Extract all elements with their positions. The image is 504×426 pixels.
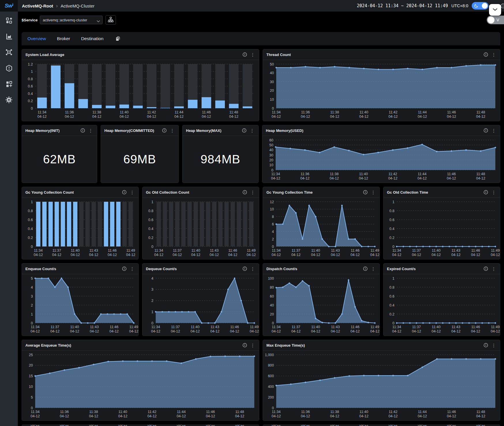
info-icon[interactable] — [162, 128, 167, 133]
chart-dispatch-count-s[interactable]: 10080604020011:3404-1211:3704-1211:4004-… — [263, 274, 379, 336]
sidebar-item-charts[interactable] — [5, 33, 13, 41]
info-icon[interactable] — [242, 128, 247, 133]
svg-text:11:37: 11:37 — [52, 248, 61, 253]
svg-text:11:43: 11:43 — [452, 248, 460, 253]
info-icon[interactable] — [242, 52, 247, 57]
svg-text:04-12: 04-12 — [177, 414, 186, 418]
svg-text:0.4: 0.4 — [28, 92, 33, 96]
svg-text:11:48: 11:48 — [476, 110, 485, 114]
svg-text:04-12: 04-12 — [108, 253, 117, 257]
clipped-axis-label: 04-12 — [301, 425, 310, 426]
service-topology-button[interactable] — [106, 15, 116, 25]
more-options-icon[interactable]: ⋮ — [250, 190, 255, 195]
more-options-icon[interactable]: ⋮ — [250, 53, 255, 57]
panel-title: Gc Old Collection Count — [146, 190, 189, 195]
info-icon[interactable] — [80, 128, 85, 133]
more-options-icon[interactable]: ⋮ — [491, 53, 497, 57]
tab-overview[interactable]: Overview — [27, 36, 46, 41]
svg-text:04-12: 04-12 — [147, 414, 157, 418]
panels-area: System Load Average⋮1.210.80.60.40.2011:… — [22, 49, 500, 421]
svg-text:11:34: 11:34 — [272, 110, 281, 114]
view-toggle[interactable]: V — [487, 16, 504, 24]
sidebar-item-dashboards[interactable] — [5, 17, 13, 25]
info-icon[interactable] — [363, 266, 368, 271]
panel-body: 984MB — [183, 136, 258, 183]
view-toggle-label: V — [497, 18, 499, 22]
more-options-icon[interactable]: ⋮ — [129, 267, 135, 271]
svg-text:11:40: 11:40 — [359, 172, 368, 176]
timezone[interactable]: UTC+8:0 — [452, 3, 468, 8]
tab-destination[interactable]: Destination — [81, 36, 104, 41]
info-icon[interactable] — [484, 128, 488, 133]
tab-broker[interactable]: Broker — [57, 36, 70, 41]
info-icon[interactable] — [363, 190, 368, 195]
more-options-icon[interactable]: ⋮ — [250, 267, 255, 271]
info-icon[interactable] — [484, 190, 488, 195]
more-options-icon[interactable]: ⋮ — [250, 343, 255, 347]
panel-body: 10.80.60.40.2011:3404-1211:3704-1211:400… — [383, 274, 500, 336]
more-options-icon[interactable]: ⋮ — [491, 267, 497, 271]
chart-max-enqueue-time-s[interactable]: 1,000800600400200011:3404-1211:3604-1211… — [263, 351, 500, 421]
chart-average-enqueue-time-s[interactable]: 252015105011:3404-1211:3604-1211:3804-12… — [22, 351, 259, 421]
chart-system-load-average[interactable]: 1.210.80.60.40.2011:3404-1211:3604-1211:… — [22, 60, 259, 121]
sidebar-item-settings[interactable] — [5, 97, 13, 104]
more-options-icon[interactable]: ⋮ — [371, 190, 376, 195]
chart-enqueue-count-s[interactable]: 54321011:3404-1211:3704-1211:4004-1211:4… — [22, 274, 138, 336]
info-icon[interactable] — [484, 266, 488, 271]
info-icon[interactable] — [242, 190, 247, 195]
chart-gc-young-collection-count[interactable]: 10.80.60.40.2011:3404-1211:3704-1211:400… — [22, 198, 138, 259]
svg-text:11:44: 11:44 — [418, 410, 426, 414]
sidebar-item-topology[interactable] — [5, 49, 13, 57]
clipped-axis-label: 04-12 — [388, 425, 398, 426]
more-options-icon[interactable]: ⋮ — [170, 128, 175, 133]
time-range[interactable]: 2024-04-12 11:34 ~ 2024-04-12 11:49 — [357, 3, 448, 8]
panel-body: 10.80.60.40.2011:3404-1211:3704-1211:400… — [142, 198, 259, 259]
cropped-axis-strip: 04-1204-1204-1204-1204-1204-1204-1204-12 — [263, 425, 500, 426]
info-icon[interactable] — [122, 190, 127, 195]
logo[interactable]: Sw) — [0, 0, 18, 12]
svg-text:1: 1 — [151, 200, 153, 204]
breadcrumb-root[interactable]: ActiveMQ-Root — [22, 3, 53, 8]
more-options-icon[interactable]: ⋮ — [491, 343, 497, 347]
svg-text:04-12: 04-12 — [191, 253, 200, 257]
chart-gc-old-collection-time[interactable]: 10.80.60.40.2011:3404-1211:3704-1211:400… — [383, 198, 500, 259]
collapse-header-button[interactable] — [489, 4, 501, 16]
more-options-icon[interactable]: ⋮ — [249, 128, 255, 133]
info-icon[interactable] — [242, 343, 247, 347]
svg-text:04-12: 04-12 — [129, 329, 138, 333]
panel-gc-young-collection-time: Gc Young Collection Time⋮12108642011:340… — [263, 187, 380, 259]
svg-text:11:37: 11:37 — [292, 248, 300, 253]
svg-text:0: 0 — [151, 245, 153, 249]
chart-heap-memory-used[interactable]: 605040302010011:3404-1211:3604-1211:3804… — [262, 136, 500, 183]
more-options-icon[interactable]: ⋮ — [491, 190, 497, 195]
svg-text:04-12: 04-12 — [210, 253, 219, 257]
dark-mode-toggle[interactable] — [472, 2, 488, 10]
sidebar-item-new-dashboard[interactable] — [5, 81, 13, 88]
panel-header: Expired Count/s⋮ — [383, 264, 500, 274]
more-options-icon[interactable]: ⋮ — [491, 128, 497, 133]
svg-text:20: 20 — [29, 363, 33, 367]
chart-gc-young-collection-time[interactable]: 12108642011:3404-1211:3704-1211:4004-121… — [263, 198, 379, 259]
info-icon[interactable] — [484, 343, 488, 347]
service-select[interactable]: activemq::activemq-cluster — [40, 16, 103, 24]
svg-text:04-12: 04-12 — [50, 329, 59, 333]
panel-body: 1,000800600400200011:3404-1211:3604-1211… — [263, 351, 500, 421]
svg-text:50: 50 — [269, 143, 273, 147]
metric-value: 69MB — [101, 136, 178, 183]
more-options-icon[interactable]: ⋮ — [129, 190, 135, 195]
chart-thread-count[interactable]: 5040302010011:3404-1211:3604-1211:3804-1… — [263, 60, 500, 121]
chart-dequeue-count-s[interactable]: 4321011:3404-1211:3704-1211:4004-1211:43… — [142, 274, 259, 336]
info-icon[interactable] — [122, 266, 127, 271]
panel-title: Average Enqueue Time(s) — [25, 343, 71, 347]
more-options-icon[interactable]: ⋮ — [88, 128, 93, 133]
more-options-icon[interactable]: ⋮ — [371, 267, 376, 271]
svg-text:04-12: 04-12 — [370, 253, 379, 257]
chart-gc-old-collection-count[interactable]: 10.80.60.40.2011:3404-1211:3704-1211:400… — [142, 198, 259, 259]
chart-expired-count-s[interactable]: 10.80.60.40.2011:3404-1211:3704-1211:400… — [383, 274, 500, 336]
svg-text:11:40: 11:40 — [311, 248, 320, 253]
svg-text:3: 3 — [31, 294, 33, 298]
info-icon[interactable] — [242, 266, 247, 271]
sidebar-item-alerts[interactable] — [5, 65, 13, 72]
info-icon[interactable] — [484, 52, 488, 57]
copy-icon[interactable] — [115, 36, 121, 42]
